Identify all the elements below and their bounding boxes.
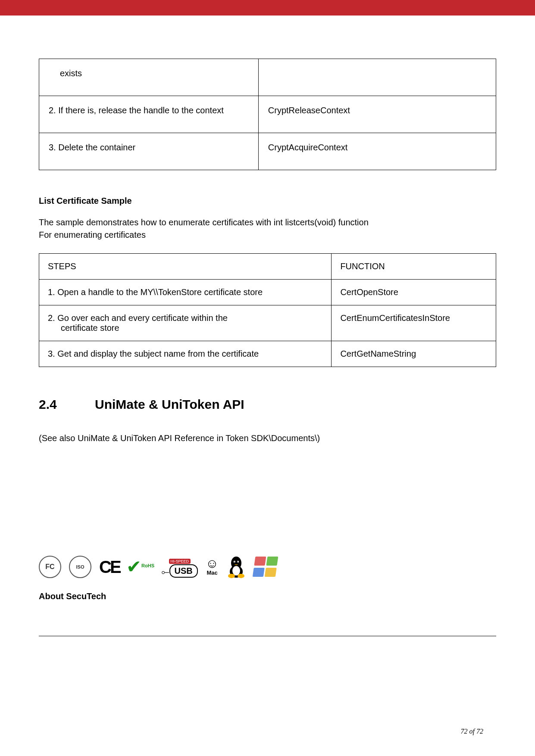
table-context: exists 2. If there is, release the handl… xyxy=(39,59,496,170)
check-icon: ✔ xyxy=(126,561,141,572)
cell-step: 2. If there is, release the handle to th… xyxy=(39,96,259,133)
header-bar xyxy=(0,0,535,16)
cell-step: exists xyxy=(39,59,259,96)
cell-func: CryptReleaseContext xyxy=(258,96,496,133)
section-number: 2.4 xyxy=(39,397,95,412)
table-row: 1. Open a handle to the MY\\TokenStore c… xyxy=(39,280,496,305)
table-row: exists xyxy=(39,59,496,96)
paragraph-line: The sample demonstrates how to enumerate… xyxy=(39,218,369,227)
table-row: 3. Get and display the subject name from… xyxy=(39,341,496,367)
page: exists 2. If there is, release the handl… xyxy=(0,0,535,756)
page-current: 72 xyxy=(461,728,468,735)
cell-step: 2. Go over each and every certificate wi… xyxy=(39,305,332,341)
see-also: (See also UniMate & UniToken API Referen… xyxy=(39,433,496,443)
section-title: UniMate & UniToken API xyxy=(95,397,244,411)
fc-icon: FC xyxy=(39,556,61,578)
cell-func: CertGetNameString xyxy=(332,341,496,367)
subheading-list-cert: List Certificate Sample xyxy=(39,196,496,206)
about-heading: About SecuTech xyxy=(39,591,496,601)
table-row: 2. Go over each and every certificate wi… xyxy=(39,305,496,341)
rohs-icon: ✔ RoHS xyxy=(128,561,153,572)
iso-icon: ISO xyxy=(69,556,91,578)
cell-line: 2. Go over each and every certificate wi… xyxy=(48,313,228,323)
paragraph-line: For enumerating certificates xyxy=(39,230,146,240)
paragraph-desc: The sample demonstrates how to enumerate… xyxy=(39,216,496,241)
rohs-label: RoHS xyxy=(141,563,154,568)
page-total: 72 xyxy=(476,728,483,735)
page-of: of xyxy=(469,728,475,735)
svg-point-5 xyxy=(235,562,235,563)
logo-row: FC ISO CE ✔ RoHS HI-SPEED ⟜USB ☺ Mac xyxy=(39,555,496,579)
page-content: exists 2. If there is, release the handl… xyxy=(0,16,535,601)
windows-icon xyxy=(254,557,278,577)
usb-text: USB xyxy=(169,564,198,578)
svg-point-2 xyxy=(232,566,240,576)
mac-face-icon: ☺ xyxy=(206,556,219,570)
mac-label: Mac xyxy=(206,569,219,576)
iso-text: ISO xyxy=(69,556,91,578)
svg-point-7 xyxy=(228,574,235,578)
table-row: 3. Delete the container CryptAcquireCont… xyxy=(39,133,496,170)
fc-text: FC xyxy=(39,556,61,578)
header-steps: STEPS xyxy=(39,254,332,280)
table-listcert: STEPS FUNCTION 1. Open a handle to the M… xyxy=(39,253,496,367)
cell-step: 3. Get and display the subject name from… xyxy=(39,341,332,367)
page-number: 72 of 72 xyxy=(461,728,483,735)
linux-icon xyxy=(226,555,246,579)
mac-icon: ☺ Mac xyxy=(206,558,219,576)
cell-step: 1. Open a handle to the MY\\TokenStore c… xyxy=(39,280,332,305)
svg-point-6 xyxy=(238,562,238,563)
ce-icon: CE xyxy=(99,557,120,577)
cell-func: CertOpenStore xyxy=(332,280,496,305)
cell-text: exists xyxy=(49,68,82,78)
cell-func xyxy=(258,59,496,96)
cell-func: CryptAcquireContext xyxy=(258,133,496,170)
usb-hispeed: HI-SPEED xyxy=(169,559,191,564)
footer-rule xyxy=(39,636,496,636)
header-function: FUNCTION xyxy=(332,254,496,280)
section-heading: 2.4UniMate & UniToken API xyxy=(39,397,496,412)
cell-step: 3. Delete the container xyxy=(39,133,259,170)
table-row: 2. If there is, release the handle to th… xyxy=(39,96,496,133)
cell-line: certificate store xyxy=(48,323,119,333)
cell-func: CertEnumCertificatesInStore xyxy=(332,305,496,341)
table-header-row: STEPS FUNCTION xyxy=(39,254,496,280)
svg-point-8 xyxy=(238,574,244,578)
usb-icon: HI-SPEED ⟜USB xyxy=(161,557,198,578)
